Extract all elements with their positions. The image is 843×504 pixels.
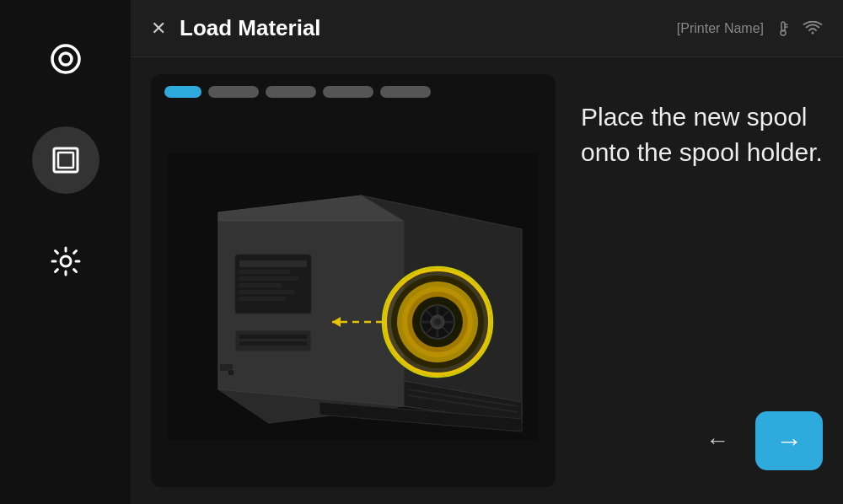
header-right: [Printer Name]: [677, 19, 823, 38]
svg-rect-16: [239, 270, 290, 274]
printer-illustration: [168, 153, 539, 440]
svg-point-1: [60, 53, 72, 65]
back-button[interactable]: ←: [696, 420, 738, 462]
step-1: [164, 86, 201, 98]
svg-rect-15: [239, 260, 307, 267]
svg-rect-23: [239, 341, 307, 346]
settings-icon: [47, 243, 84, 280]
temperature-icon: [774, 19, 792, 38]
sidebar: [0, 0, 131, 504]
wifi-icon: [803, 21, 823, 36]
instruction-text: Place the new spool onto the spool holde…: [581, 99, 823, 170]
sidebar-settings-button[interactable]: [32, 228, 99, 295]
close-button[interactable]: ✕: [151, 19, 166, 38]
main-content: ✕ Load Material [Printer Name]: [131, 0, 843, 504]
sidebar-home-button[interactable]: [32, 25, 99, 93]
step-2: [208, 86, 259, 98]
svg-point-47: [228, 369, 234, 376]
svg-rect-20: [239, 297, 286, 301]
image-panel: [151, 74, 556, 487]
svg-point-4: [61, 256, 71, 266]
svg-rect-21: [235, 330, 311, 351]
svg-rect-22: [239, 335, 307, 339]
body-area: Place the new spool onto the spool holde…: [131, 57, 843, 504]
back-arrow-icon: ←: [706, 427, 729, 454]
next-arrow-icon: →: [776, 426, 803, 457]
step-3: [266, 86, 316, 98]
svg-rect-17: [239, 276, 298, 281]
page-title: Load Material: [180, 15, 677, 41]
sidebar-print-button[interactable]: [32, 126, 99, 194]
step-indicators: [151, 74, 556, 106]
header: ✕ Load Material [Printer Name]: [131, 0, 843, 57]
print-icon: [47, 142, 84, 179]
step-4: [323, 86, 373, 98]
svg-rect-18: [239, 283, 282, 287]
home-icon: [47, 40, 84, 78]
svg-point-39: [434, 319, 441, 325]
svg-rect-19: [239, 290, 294, 294]
step-5: [380, 86, 431, 98]
svg-point-0: [52, 46, 79, 72]
printer-name: [Printer Name]: [677, 21, 764, 36]
nav-buttons: ← →: [581, 411, 823, 479]
svg-rect-3: [58, 153, 73, 168]
printer-visual: [151, 106, 556, 487]
right-panel: Place the new spool onto the spool holde…: [581, 74, 823, 487]
next-button[interactable]: →: [755, 411, 823, 470]
